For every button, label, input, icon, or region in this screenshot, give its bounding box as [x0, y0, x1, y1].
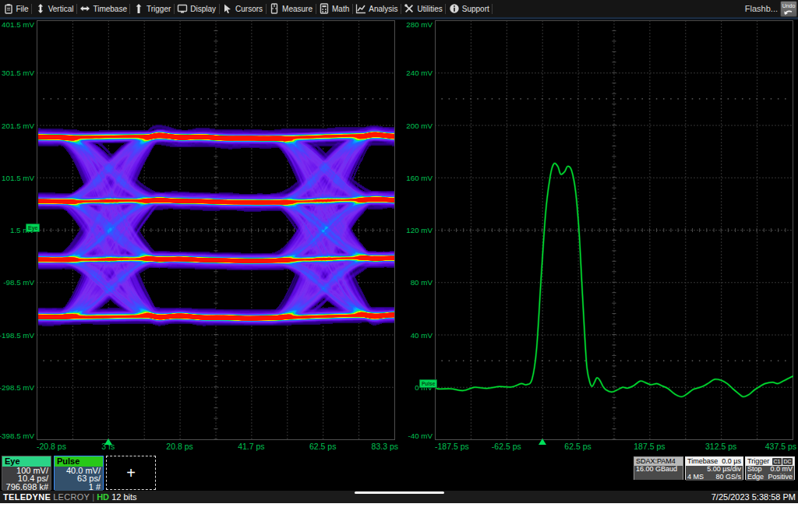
left-x-label: 41.7 ps [232, 442, 270, 451]
undo-arrow-icon [783, 9, 794, 16]
add-trace-box[interactable]: + [106, 456, 156, 490]
right-y-label: 80 mV [390, 278, 433, 287]
pulse-trace-badge[interactable]: Pulse [419, 379, 437, 388]
right-x-label: 437.5 ps [765, 442, 796, 451]
hd-label: HD [97, 492, 109, 502]
statusbar-handle[interactable] [355, 491, 444, 494]
sdax-body: 16.00 GBaud [634, 466, 683, 480]
menu-item-file[interactable]: File [0, 0, 31, 17]
left-y-label: -398.5 mV [0, 432, 34, 440]
undo-label: Undo [781, 3, 796, 9]
right-x-label: -62.5 ps [488, 442, 525, 451]
math-icon [319, 3, 330, 14]
right-x-label: -187.5 ps [435, 442, 469, 451]
left-y-label: -298.5 mV [0, 383, 34, 392]
menu-item-label: Vertical [48, 5, 74, 13]
support-icon [449, 3, 460, 14]
menu-item-label: File [16, 5, 29, 13]
menu-item-label: Support [462, 5, 489, 13]
timebase-rate-value: 80 GS/s [715, 474, 741, 481]
menu-item-display[interactable]: Display [175, 0, 219, 17]
menu-item-analysis[interactable]: Analysis [353, 0, 401, 17]
menu-item-label: Utilities [417, 5, 442, 13]
timebase-body: 5.00 µs/div4 MS80 GS/s [686, 466, 743, 481]
timebase-info-box[interactable]: Timebase0.0 µs5.00 µs/div4 MS80 GS/s [685, 456, 743, 480]
eye-descriptor-box-values: 100 mV/10.4 ps/796.698 k# [2, 467, 51, 491]
utilities-icon [404, 3, 415, 14]
menu-item-label: Trigger [147, 5, 171, 13]
menu-item-utilities[interactable]: Utilities [401, 0, 445, 17]
menu-item-label: Display [190, 5, 216, 13]
trigger-type-value: Edge [747, 474, 764, 481]
pulse-response-trace[interactable] [436, 21, 793, 440]
pulse-descriptor-box[interactable]: Pulse40.0 mV/63 ps/1 # [54, 456, 104, 490]
right-y-label: 160 mV [390, 174, 433, 182]
sdax-info-box[interactable]: SDAX:PAM416.00 GBaud [634, 456, 683, 480]
menu-bar: FileVerticalTimebaseTriggerDisplayCursor… [0, 0, 798, 17]
brand-separator: | [92, 492, 94, 502]
right-y-label: 240 mV [390, 69, 433, 77]
menu-item-timebase[interactable]: Timebase [77, 0, 130, 17]
trigger-coupling-badge: DC [782, 458, 793, 465]
menu-item-label: Math [332, 5, 349, 13]
menu-separator [492, 4, 493, 14]
left-y-label: -198.5 mV [0, 331, 34, 340]
menu-item-label: Analysis [369, 5, 397, 13]
menu-item-support[interactable]: Support [446, 0, 492, 17]
right-y-label: -40 mV [390, 432, 433, 440]
pulse-descriptor-box-value-line: 1 # [57, 483, 101, 491]
left-x-label: 83.3 ps [372, 442, 398, 451]
eye-trace-badge[interactable]: Eye [26, 224, 40, 232]
display-icon [177, 3, 188, 14]
right-y-label: 120 mV [390, 226, 433, 234]
menu-item-label: Timebase [93, 5, 127, 13]
left-y-label: 301.5 mV [0, 69, 34, 77]
menu-item-label: Measure [282, 5, 312, 13]
trigger-source-badge: C1 [772, 458, 782, 465]
vertical-icon [35, 3, 46, 14]
timebase-samples-value: 4 MS [687, 474, 704, 481]
cursors-icon [222, 3, 233, 14]
menu-item-math[interactable]: Math [316, 0, 352, 17]
right-x-label: 187.5 ps [630, 442, 668, 451]
right-y-label: 40 mV [390, 331, 433, 340]
left-y-label: 401.5 mV [0, 20, 34, 29]
timebase-icon [79, 3, 90, 14]
brand-text: TELEDYNE LECROY | HD 12 bits [3, 491, 137, 502]
plot-area: 401.5 mV301.5 mV201.5 mV101.5 mV1.5 mV-9… [0, 19, 798, 456]
sdax-baud-label: 16.00 GBaud [634, 466, 683, 474]
brand-teledyne: TELEDYNE [3, 492, 51, 502]
clock-label: 7/25/2023 5:38:58 PM [711, 491, 796, 502]
flashback-label: Flashb... [745, 0, 778, 17]
analysis-icon [355, 3, 366, 14]
menu-item-label: Cursors [235, 5, 263, 13]
bits-label: 12 bits [111, 492, 136, 502]
right-x-label: 312.5 ps [702, 442, 740, 451]
left-x-label: 62.5 ps [304, 442, 341, 451]
menu-item-vertical[interactable]: Vertical [32, 0, 76, 17]
file-icon [3, 3, 14, 14]
eye-diagram-trace[interactable] [37, 21, 395, 440]
left-y-label: -98.5 mV [0, 278, 34, 287]
right-y-label: 280 mV [390, 20, 433, 29]
left-y-label: 201.5 mV [0, 122, 34, 130]
undo-button[interactable]: Undo [780, 1, 797, 17]
eye-descriptor-box[interactable]: Eye100 mV/10.4 ps/796.698 k# [2, 456, 51, 490]
oscilloscope-screen: FileVerticalTimebaseTriggerDisplayCursor… [0, 0, 798, 503]
trigger-slope-value: Positive [768, 474, 793, 481]
trigger-icon [133, 3, 144, 14]
trigger-info-box[interactable]: TriggerC1DCStop0.0 mVEdgePositive [745, 456, 795, 480]
right-y-label: 200 mV [390, 122, 433, 130]
measure-icon [269, 3, 280, 14]
eye-descriptor-box-value-line: 796.698 k# [5, 483, 48, 491]
menu-item-cursors[interactable]: Cursors [220, 0, 266, 17]
brand-lecroy: LECROY [53, 492, 90, 502]
left-x-label: 20.8 ps [161, 442, 199, 451]
plus-icon: + [126, 465, 136, 481]
left-y-label: 101.5 mV [0, 174, 34, 182]
menu-item-measure[interactable]: Measure [267, 0, 316, 17]
status-bar: TELEDYNE LECROY | HD 12 bits 7/25/2023 5… [0, 491, 798, 503]
left-x-label: -20.8 ps [37, 442, 66, 451]
menu-item-trigger[interactable]: Trigger [130, 0, 173, 17]
pulse-descriptor-box-values: 40.0 mV/63 ps/1 # [55, 467, 103, 491]
